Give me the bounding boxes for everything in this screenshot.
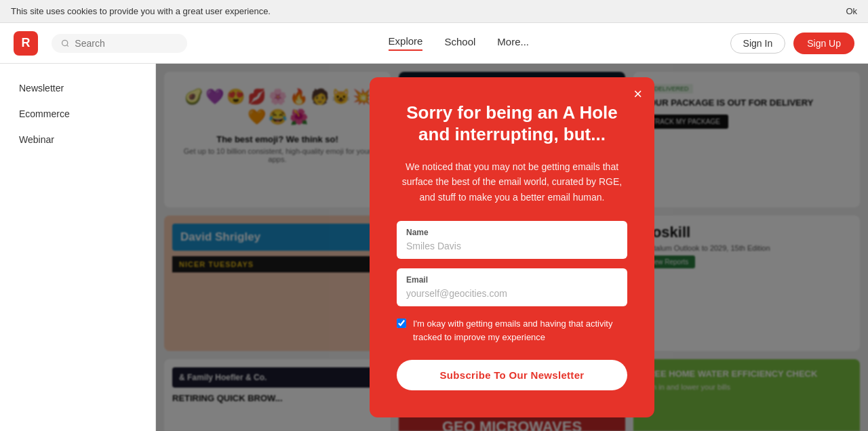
modal-close-button[interactable]: ×: [633, 87, 642, 102]
modal-backdrop[interactable]: × Sorry for being an A Hole and interrup…: [156, 64, 868, 431]
modal-title: Sorry for being an A Hole and interrupti…: [397, 102, 627, 146]
modal-name-field: Name: [397, 221, 627, 259]
main-layout: Newsletter Ecommerce Webinar 🥑💜😍 💋🌸🔥 🧑😺💥…: [0, 64, 868, 431]
modal-consent-label: I'm okay with getting emails and having …: [413, 317, 627, 344]
header: R Explore School More... Sign In Sign Up: [0, 23, 868, 64]
cookie-ok-button[interactable]: Ok: [846, 6, 857, 16]
modal-checkbox-row: I'm okay with getting emails and having …: [397, 317, 627, 344]
nav-item-more[interactable]: More...: [497, 36, 529, 50]
modal-consent-checkbox[interactable]: [397, 319, 406, 328]
nav-item-explore[interactable]: Explore: [389, 35, 423, 51]
content-area: 🥑💜😍 💋🌸🔥 🧑😺💥 🧡😂🌺 The best emoji? We think…: [156, 64, 868, 431]
modal-name-label: Name: [406, 228, 618, 237]
nav-actions: Sign In Sign Up: [730, 33, 854, 54]
search-input[interactable]: [75, 38, 178, 49]
nav-item-school[interactable]: School: [444, 36, 475, 50]
sidebar: Newsletter Ecommerce Webinar: [0, 64, 156, 431]
search-icon: [61, 39, 69, 48]
sidebar-item-newsletter[interactable]: Newsletter: [5, 76, 150, 100]
search-bar[interactable]: [52, 34, 187, 53]
sign-up-button[interactable]: Sign Up: [793, 33, 854, 54]
modal-email-label: Email: [406, 275, 618, 285]
sidebar-item-webinar[interactable]: Webinar: [5, 127, 150, 152]
modal-subscribe-button[interactable]: Subscribe To Our Newsletter: [397, 360, 627, 390]
modal-dialog: × Sorry for being an A Hole and interrup…: [370, 77, 654, 417]
svg-point-0: [62, 40, 68, 45]
cookie-banner: This site uses cookies to provide you wi…: [0, 0, 868, 23]
modal-name-input[interactable]: [406, 241, 618, 251]
nav-center: Explore School More...: [201, 35, 717, 51]
logo[interactable]: R: [14, 31, 38, 56]
modal-email-field: Email: [397, 268, 627, 306]
svg-line-1: [67, 45, 68, 46]
cookie-text: This site uses cookies to provide you wi…: [11, 6, 271, 16]
sign-in-button[interactable]: Sign In: [730, 33, 786, 54]
modal-email-input[interactable]: [406, 288, 618, 299]
modal-description: We noticed that you may not be getting e…: [397, 159, 627, 205]
sidebar-item-ecommerce[interactable]: Ecommerce: [5, 102, 150, 126]
